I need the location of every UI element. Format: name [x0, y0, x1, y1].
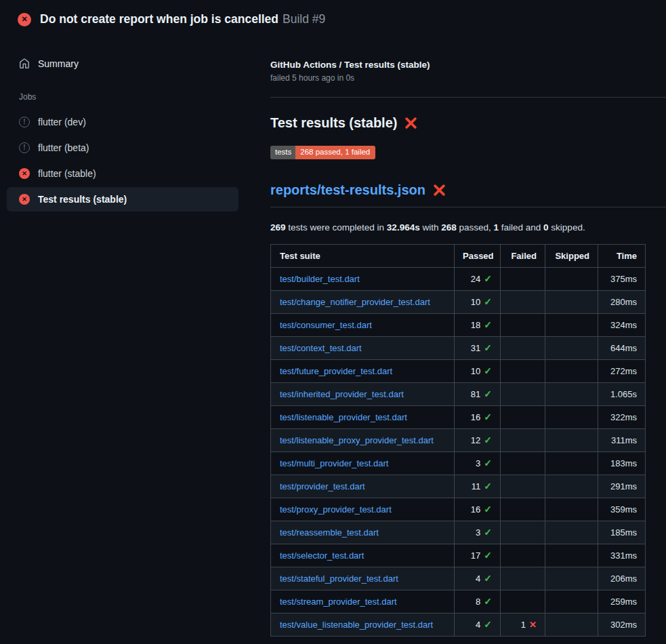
suite-link[interactable]: test/proxy_provider_test.dart — [280, 504, 392, 515]
failed-cell — [501, 290, 545, 313]
passed-cell: 4✓ — [455, 567, 501, 590]
skipped-cell — [545, 567, 598, 590]
status-line: failed 5 hours ago in 0s — [270, 73, 666, 83]
failed-cell — [501, 475, 545, 498]
suite-link[interactable]: test/listenable_provider_test.dart — [280, 412, 407, 422]
suite-link[interactable]: test/stateful_provider_test.dart — [280, 573, 398, 584]
suite-link[interactable]: test/builder_test.dart — [280, 274, 360, 284]
suite-link[interactable]: test/context_test.dart — [280, 343, 362, 353]
passed-cell: 12✓ — [455, 428, 501, 451]
time-cell: 259ms — [598, 590, 646, 613]
sidebar: Summary Jobs !flutter (dev)!flutter (bet… — [7, 39, 238, 213]
column-header-time: Time — [598, 244, 646, 267]
check-icon: ✓ — [484, 619, 492, 630]
neutral-status-icon: ! — [19, 142, 30, 153]
failed-x-icon — [404, 117, 417, 129]
check-icon: ✓ — [484, 388, 492, 399]
passed-cell: 16✓ — [455, 498, 501, 521]
suite-link[interactable]: test/reassemble_test.dart — [280, 527, 379, 538]
suite-link[interactable]: test/multi_provider_test.dart — [280, 458, 388, 468]
sidebar-item-summary[interactable]: Summary — [7, 53, 238, 75]
header-divider — [270, 97, 666, 98]
suite-link[interactable]: test/future_provider_test.dart — [280, 366, 392, 376]
table-row: test/multi_provider_test.dart3✓183ms — [271, 451, 646, 475]
suite-link[interactable]: test/consumer_test.dart — [280, 320, 372, 330]
suite-link[interactable]: test/provider_test.dart — [280, 481, 365, 491]
suite-cell: test/multi_provider_test.dart — [271, 451, 455, 475]
report-file-link[interactable]: reports/test-results.json — [270, 182, 425, 198]
suite-cell: test/change_notifier_provider_test.dart — [271, 290, 455, 313]
passed-cell: 24✓ — [455, 267, 501, 290]
suite-cell: test/builder_test.dart — [271, 267, 455, 290]
table-row: test/stream_provider_test.dart8✓259ms — [271, 590, 646, 613]
skipped-cell — [545, 498, 598, 521]
failed-cell — [501, 498, 545, 521]
time-cell: 206ms — [598, 567, 646, 590]
table-row: test/context_test.dart31✓644ms — [271, 336, 646, 359]
skipped-cell — [545, 267, 598, 290]
summary-part: 1 — [494, 222, 499, 233]
build-header: ✕ Do not create report when job is cance… — [0, 0, 666, 39]
home-icon — [19, 58, 30, 69]
job-label: Test results (stable) — [38, 194, 127, 205]
suite-link[interactable]: test/listenable_proxy_provider_test.dart — [280, 435, 434, 445]
time-cell: 322ms — [598, 405, 646, 428]
failed-cell — [501, 359, 545, 382]
job-label: flutter (stable) — [38, 168, 96, 179]
check-icon: ✓ — [484, 411, 492, 422]
sidebar-item-flutter-dev[interactable]: !flutter (dev) — [7, 110, 238, 134]
failed-cell — [501, 336, 545, 359]
check-icon: ✓ — [484, 596, 492, 607]
suite-cell: test/listenable_provider_test.dart — [271, 405, 455, 428]
failed-cell — [501, 590, 545, 613]
suite-link[interactable]: test/change_notifier_provider_test.dart — [280, 297, 430, 307]
skipped-cell — [545, 475, 598, 498]
failed-cell — [501, 405, 545, 428]
suite-link[interactable]: test/inherited_provider_test.dart — [280, 389, 404, 399]
time-cell: 324ms — [598, 313, 646, 336]
suite-cell: test/stateful_provider_test.dart — [271, 567, 455, 590]
passed-cell: 10✓ — [455, 290, 501, 313]
failed-cell — [501, 267, 545, 290]
column-header-failed: Failed — [501, 244, 545, 267]
failed-cell — [501, 451, 545, 475]
skipped-cell — [545, 359, 598, 382]
table-header-row: Test suitePassedFailedSkippedTime — [271, 244, 646, 267]
check-icon: ✓ — [484, 435, 492, 445]
passed-cell: 18✓ — [455, 313, 501, 336]
results-table: Test suitePassedFailedSkippedTime test/b… — [270, 244, 646, 637]
passed-cell: 3✓ — [455, 521, 501, 544]
summary-part: 32.964s — [387, 222, 420, 233]
check-icon: ✓ — [484, 573, 492, 584]
table-row: test/listenable_provider_test.dart16✓322… — [271, 405, 646, 428]
table-row: test/inherited_provider_test.dart81✓1.06… — [271, 382, 646, 405]
time-cell: 291ms — [598, 475, 646, 498]
time-cell: 272ms — [598, 359, 646, 382]
failed-cell — [501, 544, 545, 567]
suite-link[interactable]: test/stream_provider_test.dart — [280, 597, 397, 607]
suite-cell: test/value_listenable_provider_test.dart — [271, 613, 455, 636]
passed-cell: 17✓ — [455, 544, 501, 567]
failed-cell — [501, 428, 545, 451]
column-header-skipped: Skipped — [545, 244, 598, 267]
time-cell: 302ms — [598, 613, 646, 636]
sidebar-item-flutter-beta[interactable]: !flutter (beta) — [7, 136, 238, 160]
suite-cell: test/consumer_test.dart — [271, 313, 455, 336]
sidebar-item-test-results-stable[interactable]: ✕Test results (stable) — [7, 187, 238, 212]
time-cell: 280ms — [598, 290, 646, 313]
main-content: GitHub Actions / Test results (stable) f… — [270, 39, 666, 637]
section-title: Test results (stable) — [270, 115, 397, 131]
failed-cell — [501, 521, 545, 544]
jobs-section-label: Jobs — [19, 92, 238, 102]
summary-part: with — [420, 222, 442, 233]
sidebar-item-flutter-stable[interactable]: ✕flutter (stable) — [7, 161, 238, 186]
table-row: test/future_provider_test.dart10✓272ms — [271, 359, 646, 382]
check-icon: ✓ — [484, 319, 492, 330]
suite-link[interactable]: test/value_listenable_provider_test.dart — [280, 620, 433, 630]
suite-cell: test/proxy_provider_test.dart — [271, 498, 455, 521]
failed-cell: 1✕ — [501, 613, 545, 636]
table-row: test/proxy_provider_test.dart16✓359ms — [271, 498, 646, 521]
column-header-suite: Test suite — [271, 244, 455, 267]
sidebar-jobs: !flutter (dev)!flutter (beta)✕flutter (s… — [7, 110, 238, 212]
suite-link[interactable]: test/selector_test.dart — [280, 550, 364, 561]
